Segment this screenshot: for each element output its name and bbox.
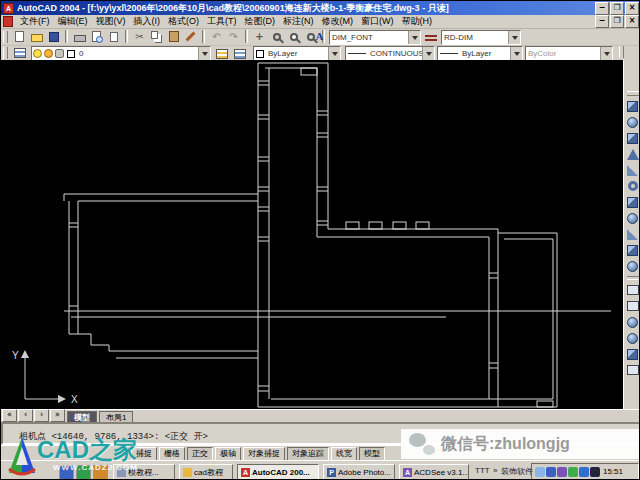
render-icon[interactable] — [625, 282, 640, 298]
drawing-canvas[interactable]: XY — [1, 60, 623, 409]
menu-item-10[interactable]: 帮助(H) — [398, 16, 437, 26]
layer-dropdown-arrow[interactable] — [198, 47, 210, 60]
light-icon[interactable] — [625, 314, 640, 330]
tray-icon-1[interactable] — [546, 467, 556, 477]
doc-close-button[interactable]: × — [625, 15, 639, 28]
redo-button[interactable]: ↷ — [225, 29, 242, 44]
materials-icon[interactable] — [625, 330, 640, 346]
taskbar-button-folder[interactable]: cad教程 — [179, 464, 233, 480]
color-dropdown-arrow[interactable] — [328, 47, 340, 60]
tray-icon-3[interactable] — [568, 467, 578, 477]
tray-icon-2[interactable] — [557, 467, 567, 477]
restore-button[interactable]: ❐ — [610, 2, 624, 15]
solids-slice-icon[interactable] — [625, 226, 640, 242]
layer-manager-button[interactable] — [11, 45, 28, 60]
taskbar-button-autocad[interactable]: AAutoCAD 200... — [237, 464, 319, 480]
lineweight-dropdown[interactable]: ByLayer — [437, 46, 523, 61]
solids-revolve-icon[interactable] — [625, 210, 640, 226]
doc-restore-button[interactable]: ❐ — [610, 15, 624, 28]
layer-freeze-icon[interactable] — [44, 49, 53, 58]
copy-button[interactable] — [148, 29, 165, 44]
zoom-realtime-button[interactable] — [268, 29, 285, 44]
solids-cone-icon[interactable] — [625, 146, 640, 162]
status-toggle-3[interactable]: 极轴 — [215, 447, 241, 461]
open-button[interactable] — [28, 29, 45, 44]
menu-item-4[interactable]: 格式(O) — [164, 16, 203, 26]
tab-nav-button-1[interactable]: ‹ — [18, 409, 33, 422]
solids-sphere-icon[interactable] — [625, 114, 640, 130]
layer-previous-button[interactable] — [231, 46, 248, 61]
toolbar-grip[interactable] — [3, 31, 8, 43]
toolbar-grip[interactable] — [619, 46, 624, 58]
plot-style-dropdown[interactable]: ByColor — [525, 46, 613, 61]
tray-icon-4[interactable] — [579, 467, 589, 477]
solids-wedge-icon[interactable] — [625, 162, 640, 178]
status-toggle-4[interactable]: 对象捕捉 — [243, 447, 285, 461]
text-style-dropdown[interactable]: DIM_FONT — [329, 30, 421, 45]
menu-item-3[interactable]: 插入(I) — [130, 16, 165, 26]
undo-button[interactable]: ↶ — [208, 29, 225, 44]
mapping-icon[interactable] — [625, 346, 640, 362]
zoom-window-button[interactable] — [285, 29, 302, 44]
minimize-button[interactable]: − — [595, 2, 609, 15]
menu-item-0[interactable]: 文件(F) — [16, 16, 54, 26]
solids-interfere-icon[interactable] — [625, 258, 640, 274]
text-style-icon[interactable]: A — [311, 29, 328, 44]
desk-toolbar-0[interactable]: TTT — [475, 466, 490, 475]
status-toggle-2[interactable]: 正交 — [187, 447, 213, 461]
menu-item-6[interactable]: 绘图(D) — [241, 16, 280, 26]
paste-button[interactable] — [165, 29, 182, 44]
status-toggle-5[interactable]: 对象追踪 — [287, 447, 329, 461]
toolbar-grip[interactable] — [3, 47, 8, 59]
layer-lock-icon[interactable] — [55, 49, 64, 58]
menu-item-2[interactable]: 视图(V) — [92, 16, 130, 26]
menu-item-7[interactable]: 标注(N) — [279, 16, 318, 26]
status-toggle-1[interactable]: 栅格 — [159, 447, 185, 461]
status-toggle-6[interactable]: 线宽 — [331, 447, 357, 461]
dim-style-dropdown[interactable]: RD-DIM — [441, 30, 521, 45]
layer-dropdown[interactable]: 0 — [31, 46, 211, 61]
autocad-app-icon[interactable]: A — [3, 3, 14, 14]
pan-button[interactable]: + — [251, 29, 268, 44]
linetype-dropdown[interactable]: CONTINUOUS — [345, 46, 435, 61]
layer-on-icon[interactable] — [33, 49, 42, 58]
solids-box-icon[interactable] — [625, 98, 640, 114]
menu-item-9[interactable]: 窗口(W) — [357, 16, 398, 26]
menu-item-5[interactable]: 工具(T) — [203, 16, 241, 26]
plot-style-dropdown-arrow[interactable] — [600, 47, 612, 60]
tray-icon-5[interactable] — [590, 467, 600, 477]
toolbar-grip[interactable] — [627, 91, 639, 96]
linetype-dropdown-arrow[interactable] — [422, 47, 434, 60]
make-object-layer-button[interactable] — [213, 46, 230, 61]
solids-section-icon[interactable] — [625, 242, 640, 258]
doc-minimize-button[interactable]: − — [595, 15, 609, 28]
taskbar-clock[interactable]: 15:51 — [603, 467, 623, 476]
menu-item-8[interactable]: 修改(M) — [318, 16, 358, 26]
close-button[interactable]: × — [625, 2, 639, 15]
new-button[interactable] — [11, 29, 28, 44]
scene-icon[interactable] — [625, 298, 640, 314]
plot-preview-button[interactable] — [88, 29, 105, 44]
solids-torus-icon[interactable] — [625, 178, 640, 194]
menu-item-1[interactable]: 编辑(E) — [54, 16, 92, 26]
tab-nav-button-0[interactable]: « — [2, 409, 17, 422]
plot-button[interactable] — [71, 29, 88, 44]
taskbar-button-photoshop[interactable]: PAdobe Photo... — [323, 464, 395, 480]
publish-button[interactable] — [105, 29, 122, 44]
tray-icon-0[interactable] — [535, 467, 545, 477]
document-icon[interactable] — [3, 16, 13, 27]
tab-nav-button-2[interactable]: › — [34, 409, 49, 422]
background-icon[interactable] — [625, 362, 640, 378]
solids-cylinder-icon[interactable] — [625, 130, 640, 146]
save-button[interactable] — [45, 29, 62, 44]
match-properties-button[interactable] — [182, 29, 199, 44]
cut-button[interactable]: ✂ — [131, 29, 148, 44]
lineweight-dropdown-arrow[interactable] — [510, 47, 522, 60]
status-toggle-7[interactable]: 模型 — [359, 447, 385, 461]
color-dropdown[interactable]: ByLayer — [253, 46, 341, 61]
taskbar-button-acdsee[interactable]: AACDSee v3.1... — [399, 464, 469, 480]
tab-nav-button-3[interactable]: » — [50, 409, 65, 422]
dim-style-dropdown-arrow[interactable] — [508, 31, 520, 44]
dim-style-icon[interactable] — [422, 29, 439, 44]
solids-extrude-icon[interactable] — [625, 194, 640, 210]
